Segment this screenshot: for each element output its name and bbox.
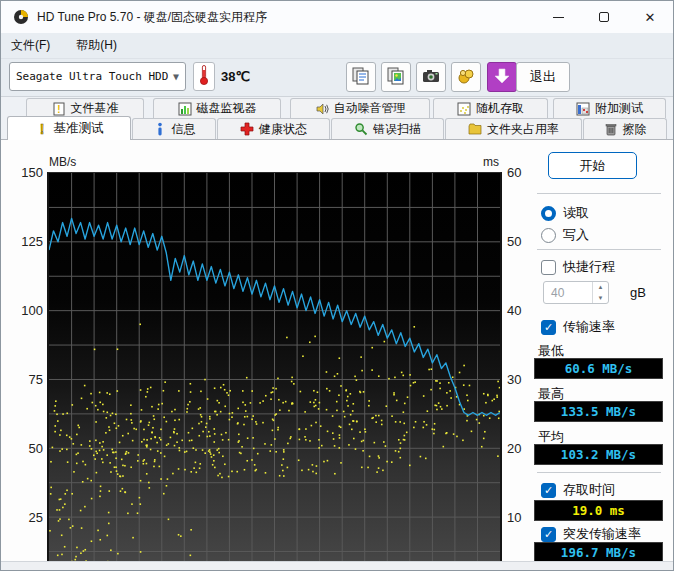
maximum-value: 133.5 MB/s [534,401,663,422]
tab-label: 附加测试 [595,100,643,117]
read-mode-option[interactable]: 读取 [541,204,589,222]
separator [537,472,661,473]
read-radio[interactable] [541,206,556,221]
tick-label: 30 [507,372,521,387]
tick-label: 25 [29,510,43,525]
scatter-icon [457,102,471,116]
stepper-down-button[interactable]: ▼ [593,293,608,304]
chart-canvas [49,173,500,563]
tick-label: 50 [29,441,43,456]
minimize-button[interactable] [535,1,581,33]
average-value: 103.2 MB/s [534,444,663,465]
grid-icon [576,102,590,116]
tab-benchmark[interactable]: !基准测试 [7,116,131,140]
read-radio-label: 读取 [563,204,589,222]
status-bar [1,561,673,570]
access-time-checkbox[interactable]: ✓ [541,483,556,498]
tab-label: 健康状态 [259,121,307,138]
tab-aam[interactable]: 自动噪音管理 [290,98,430,118]
page-icon: ! [52,102,66,116]
tick-label: 75 [29,372,43,387]
svg-text:!: ! [57,104,60,115]
trash-icon [604,122,618,136]
benchmark-chart [47,172,502,563]
temperature-value: 38℃ [221,69,250,84]
burst-rate-checkbox[interactable]: ✓ [541,527,556,542]
menu-bar: 文件(F) 帮助(H) [1,33,673,59]
copy-image-button[interactable] [381,62,411,92]
transfer-rate-checkbox[interactable]: ✓ [541,320,556,335]
separator [537,193,661,194]
access-time-value: 19.0 ms [534,500,663,521]
write-mode-option[interactable]: 写入 [541,226,589,244]
camera-icon [421,66,441,89]
gold-seal-icon [456,66,476,89]
right-axis-ticks: 605040302010 [507,1,537,570]
burst-rate-value: 196.7 MB/s [534,542,663,563]
title-bar: HD Tune Pro 5.70 - 硬盘/固态硬盘实用程序 ✕ [1,1,673,33]
info-icon [153,122,167,136]
transfer-rate-option[interactable]: ✓ 传输速率 [541,318,615,336]
cross-icon [240,122,254,136]
burst-rate-label: 突发传输速率 [563,525,641,543]
start-button[interactable]: 开始 [548,152,637,179]
gold-seal-button[interactable] [451,62,481,92]
menu-help[interactable]: 帮助(H) [76,37,117,54]
tab-label: 擦除 [623,121,647,138]
copy-image-icon [386,66,406,89]
tab-health[interactable]: 健康状态 [217,118,330,139]
short-stroke-label: 快捷行程 [563,258,615,276]
bars-icon [178,102,192,116]
temperature-tile [193,62,215,91]
separator [537,249,661,250]
app-window: HD Tune Pro 5.70 - 硬盘/固态硬盘实用程序 ✕ 文件(F) 帮… [0,0,674,571]
access-time-label: 存取时间 [563,481,615,499]
tab-label: 自动噪音管理 [334,100,406,117]
tick-label: 40 [507,303,521,318]
maximize-button[interactable] [581,1,627,33]
tick-label: 20 [507,441,521,456]
tick-label: 50 [507,234,521,249]
tick-label: 125 [21,234,43,249]
burst-rate-option[interactable]: ✓ 突发传输速率 [541,525,641,543]
write-radio-label: 写入 [563,226,589,244]
folder-icon [468,122,482,136]
window-title: HD Tune Pro 5.70 - 硬盘/固态硬盘实用程序 [37,9,267,26]
screenshot-button[interactable] [416,62,446,92]
tab-strip: !文件基准磁盘监视器自动噪音管理随机存取附加测试!基准测试信息健康状态错误扫描文… [1,97,673,139]
left-axis-unit-label: MB/s [49,155,76,169]
left-axis-ticks: 150125100755025 [1,1,43,570]
access-time-option[interactable]: ✓ 存取时间 [541,481,615,499]
svg-text:!: ! [39,122,44,136]
tab-extra-tests[interactable]: 附加测试 [553,98,666,118]
tab-label: 文件基准 [71,100,119,117]
short-stroke-size-value: 40 [544,282,592,303]
short-stroke-unit-label: gB [630,285,646,300]
right-axis-unit-label: ms [483,155,499,169]
tick-label: 100 [21,303,43,318]
tab-error-scan[interactable]: 错误扫描 [331,118,444,139]
tab-label: 磁盘监视器 [197,100,257,117]
short-stroke-size-stepper[interactable]: 40 ▲ ▼ [543,281,609,304]
transfer-rate-label: 传输速率 [563,318,615,336]
tick-label: 10 [507,510,521,525]
write-radio[interactable] [541,228,556,243]
minimum-value: 60.6 MB/s [534,358,663,379]
tab-label: 错误扫描 [373,121,421,138]
tab-disk-monitor[interactable]: 磁盘监视器 [153,98,281,118]
magnifier-icon [354,122,368,136]
chevron-down-icon: ▼ [173,71,179,82]
copy-text-icon [351,66,371,89]
short-stroke-option[interactable]: 快捷行程 [541,258,615,276]
toolbar: Seagate Ultra Touch HDD (2000 gB) ▼ 38℃ [1,59,673,97]
thermometer-icon [199,64,209,89]
stepper-up-button[interactable]: ▲ [593,282,608,293]
tab-label: 信息 [172,121,196,138]
tab-file-benchmark[interactable]: !文件基准 [26,98,144,118]
short-stroke-checkbox[interactable] [541,260,556,275]
tab-erase[interactable]: 擦除 [583,118,667,139]
copy-text-button[interactable] [346,62,376,92]
close-button[interactable]: ✕ [627,1,673,33]
tab-info[interactable]: 信息 [132,118,216,139]
tick-label: 150 [21,165,43,180]
